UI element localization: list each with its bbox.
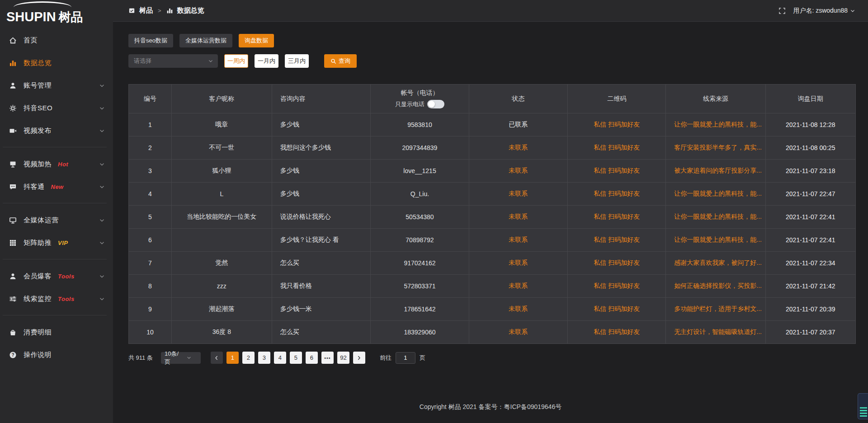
prev-page-button[interactable] <box>211 352 223 364</box>
cell-no: 2 <box>129 136 172 160</box>
sidebar-item[interactable]: 数据总览 <box>0 52 113 74</box>
chevron-down-icon <box>99 105 105 111</box>
table-row: 8 zzz 我只看价格 572803371 未联系 私信 扫码加好友 如何正确选… <box>129 275 856 298</box>
range-button[interactable]: 三月内 <box>285 54 309 68</box>
page-button[interactable]: 5 <box>290 352 302 364</box>
phone-only-toggle[interactable] <box>427 100 444 108</box>
page-button[interactable]: ••• <box>321 352 334 364</box>
cell-qr-action[interactable]: 私信 扫码加好友 <box>568 183 666 206</box>
help-icon: ? <box>9 351 17 359</box>
cell-nickname: 觉然 <box>171 252 272 275</box>
next-page-button[interactable] <box>353 352 365 364</box>
sidebar-item[interactable]: 视频发布 <box>0 119 113 142</box>
tab-button[interactable]: 抖音seo数据 <box>128 34 173 47</box>
cell-qr-action[interactable]: 私信 扫码加好友 <box>568 160 666 183</box>
video-icon <box>9 127 17 135</box>
sidebar-item[interactable]: 抖音SEO <box>0 97 113 119</box>
cell-qr-action[interactable]: 私信 扫码加好友 <box>568 113 666 136</box>
range-button[interactable]: 一月内 <box>255 54 278 68</box>
cell-nickname: 36度 8 <box>171 321 272 344</box>
pagination: 共 911 条 10条/页 1 2 3 4 5 6 ••• <box>128 352 856 364</box>
chevron-down-icon <box>99 184 105 190</box>
range-button[interactable]: 一周内 <box>224 54 248 68</box>
page-size-select[interactable]: 10条/页 <box>161 352 201 364</box>
cell-source-link[interactable]: 让你一眼就爱上的黑科技，能... <box>666 183 765 206</box>
cell-content: 我只看价格 <box>272 275 371 298</box>
account-select[interactable]: 请选择 <box>128 54 218 68</box>
cell-status: 未联系 <box>469 298 568 321</box>
cell-source-link[interactable]: 被大家追着问的客厅投影分享... <box>666 160 765 183</box>
cell-qr-action[interactable]: 私信 扫码加好友 <box>568 206 666 229</box>
page-button[interactable]: 92 <box>337 352 349 364</box>
sidebar-item[interactable]: 全媒体运营 <box>0 209 113 231</box>
cell-nickname: 狐小狸 <box>171 160 272 183</box>
cell-source-link[interactable]: 让你一眼就爱上的黑科技，能... <box>666 229 765 252</box>
page-button[interactable]: 1 <box>226 352 239 364</box>
user-menu[interactable]: 用户名: zswodun88 <box>793 7 855 15</box>
sidebar-item[interactable]: 抖客通 New <box>0 175 113 198</box>
goto-page-input[interactable] <box>396 352 415 364</box>
table-row: 1 哦章 多少钱 9583810 已联系 私信 扫码加好友 让你一眼就爱上的黑科… <box>129 113 856 136</box>
page-button[interactable]: 2 <box>242 352 255 364</box>
sidebar-item-badge: VIP <box>58 240 68 246</box>
breadcrumb-root[interactable]: 树品 <box>139 6 153 15</box>
bar-chart-icon <box>166 7 173 14</box>
sidebar-item[interactable]: 消费明细 <box>0 321 113 343</box>
cell-account: 2097344839 <box>371 136 469 160</box>
footer-copyright: Copyright 树品 2021 备案号：粤ICP备09019646号 <box>113 403 868 411</box>
sidebar-item[interactable]: 线索监控 Tools <box>0 287 113 310</box>
page-button[interactable]: 6 <box>306 352 318 364</box>
cell-qr-action[interactable]: 私信 扫码加好友 <box>568 275 666 298</box>
col-header-account: 帐号（电话） 只显示电话 <box>371 85 469 113</box>
sidebar-item[interactable]: ? 操作说明 <box>0 343 113 366</box>
member-icon <box>9 273 17 280</box>
cell-content: 怎么买 <box>272 252 371 275</box>
cell-content: 多少钱 <box>272 113 371 136</box>
cell-nickname: 不可一世 <box>171 136 272 160</box>
sidebar-item-label: 抖客通 <box>24 183 45 191</box>
tab-button[interactable]: 询盘数据 <box>239 34 274 47</box>
sidebar-item-badge: Tools <box>58 273 75 280</box>
cell-date: 2021-11-07 22:41 <box>765 206 855 229</box>
sidebar-item[interactable]: 首页 <box>0 29 113 52</box>
sidebar-item[interactable]: 会员爆客 Tools <box>0 265 113 287</box>
cell-source-link[interactable]: 客厅安装投影半年多了，真实... <box>666 136 765 160</box>
page-button[interactable]: 4 <box>274 352 286 364</box>
cell-status: 未联系 <box>469 229 568 252</box>
cell-qr-action[interactable]: 私信 扫码加好友 <box>568 229 666 252</box>
cell-source-link[interactable]: 多功能护栏灯，适用于乡村文... <box>666 298 765 321</box>
table-row: 10 36度 8 怎么买 183929060 未联系 私信 扫码加好友 无主灯设… <box>129 321 856 344</box>
table-row: 7 觉然 怎么买 917024162 未联系 私信 扫码加好友 感谢大家喜欢我家… <box>129 252 856 275</box>
cell-status: 未联系 <box>469 160 568 183</box>
col-header-account-label: 帐号（电话） <box>401 89 439 97</box>
search-button[interactable]: 查询 <box>324 54 357 68</box>
sidebar-item[interactable]: 视频加热 Hot <box>0 153 113 175</box>
sidebar-item-label: 全媒体运营 <box>24 216 59 225</box>
side-float-widget[interactable] <box>858 393 868 419</box>
cell-nickname: 潮起潮落 <box>171 298 272 321</box>
cell-status: 已联系 <box>469 113 568 136</box>
cell-qr-action[interactable]: 私信 扫码加好友 <box>568 252 666 275</box>
cell-content: 我想问这个多少钱 <box>272 136 371 160</box>
cell-qr-action[interactable]: 私信 扫码加好友 <box>568 136 666 160</box>
sidebar-item[interactable]: 矩阵助推 VIP <box>0 231 113 254</box>
cell-source-link[interactable]: 无主灯设计，智能磁吸轨道灯... <box>666 321 765 344</box>
cell-nickname: 当地比较能吃的一位美女 <box>171 206 272 229</box>
cell-source-link[interactable]: 感谢大家喜欢我家，被问了好... <box>666 252 765 275</box>
chat-icon <box>9 183 17 191</box>
data-tabs: 抖音seo数据 全媒体运营数据 询盘数据 <box>128 34 856 47</box>
chevron-down-icon <box>99 83 105 89</box>
phone-only-label: 只显示电话 <box>395 100 425 108</box>
cell-source-link[interactable]: 让你一眼就爱上的黑科技，能... <box>666 113 765 136</box>
cell-qr-action[interactable]: 私信 扫码加好友 <box>568 321 666 344</box>
cell-source-link[interactable]: 如何正确选择投影仪，买投影... <box>666 275 765 298</box>
sidebar-item[interactable]: 账号管理 <box>0 74 113 97</box>
sidebar-item-label: 矩阵助推 <box>24 239 52 247</box>
fullscreen-icon[interactable] <box>778 7 786 14</box>
cell-source-link[interactable]: 让你一眼就爱上的黑科技，能... <box>666 206 765 229</box>
page-button[interactable]: 3 <box>258 352 270 364</box>
breadcrumb-current: 数据总览 <box>177 6 204 15</box>
tab-button[interactable]: 全媒体运营数据 <box>179 34 232 47</box>
cell-qr-action[interactable]: 私信 扫码加好友 <box>568 298 666 321</box>
grid-icon <box>9 239 17 247</box>
